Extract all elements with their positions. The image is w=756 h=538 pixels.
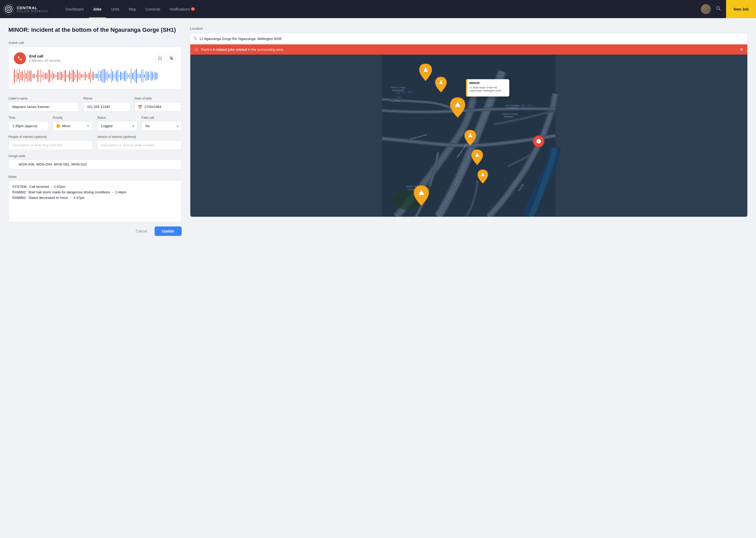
close-icon[interactable]: ✕ bbox=[740, 47, 743, 52]
caller-name-group: Caller's name bbox=[8, 97, 79, 112]
nav-links: Dashboard Jobs Units Map Cameras Notific… bbox=[62, 0, 701, 18]
nav-jobs[interactable]: Jobs bbox=[89, 0, 106, 18]
svg-rect-49 bbox=[466, 79, 467, 97]
svg-text:Ngauranga, Wellington 6035: Ngauranga, Wellington 6035 bbox=[469, 89, 501, 92]
svg-point-7 bbox=[161, 57, 162, 58]
svg-point-11 bbox=[158, 59, 159, 60]
form-section: Caller's name Phone Date of birth 📅 bbox=[8, 97, 182, 236]
info-icon: ⓘ bbox=[195, 47, 198, 52]
phone-input[interactable] bbox=[83, 102, 130, 112]
time-group: Time bbox=[8, 116, 49, 131]
avatar-image bbox=[701, 4, 711, 14]
svg-text:Tyers Rd: Tyers Rd bbox=[391, 100, 400, 102]
nav-cameras[interactable]: Cameras bbox=[141, 0, 165, 18]
new-job-button[interactable]: New Job bbox=[726, 0, 756, 18]
notes-textarea[interactable] bbox=[8, 180, 182, 222]
nav-units[interactable]: Units bbox=[107, 0, 124, 18]
brand: CENTRAL POLICE DISPATCH bbox=[3, 4, 54, 15]
navbar: CENTRAL POLICE DISPATCH Dashboard Jobs U… bbox=[0, 0, 756, 18]
dob-group: Date of birth 📅 bbox=[135, 97, 182, 112]
cancel-button[interactable]: Cancel bbox=[131, 227, 152, 235]
end-call-label: End call bbox=[29, 54, 155, 58]
chevron-down-icon: ▾ bbox=[87, 124, 89, 128]
notes-label: Notes bbox=[8, 175, 182, 179]
brand-name-top: CENTRAL bbox=[17, 6, 48, 10]
map-container: Centennial Hwy Wellington Urban Motorway… bbox=[190, 55, 747, 217]
assign-units-label: Assign units bbox=[8, 154, 182, 158]
time-input[interactable] bbox=[8, 121, 49, 131]
location-input[interactable] bbox=[199, 37, 744, 41]
svg-point-58 bbox=[536, 139, 541, 143]
fake-call-select-wrapper: No Yes bbox=[141, 121, 182, 131]
people-label: People of interest (optional) bbox=[8, 135, 93, 139]
svg-point-13 bbox=[161, 59, 162, 60]
svg-text:11 Ngauranga Gorge Rd,: 11 Ngauranga Gorge Rd, bbox=[469, 86, 497, 89]
page-title: MINOR: Incident at the bottom of the Nga… bbox=[8, 27, 182, 33]
location-search bbox=[190, 33, 747, 44]
assign-units-input[interactable] bbox=[8, 159, 182, 169]
phone-label: Phone bbox=[83, 97, 130, 100]
location-label: Location bbox=[190, 27, 748, 30]
waveform bbox=[14, 68, 176, 84]
vehicle-input[interactable] bbox=[97, 140, 182, 150]
assign-units-group: Assign units bbox=[8, 154, 182, 169]
vehicle-group: Vehicle of interest (optional) bbox=[97, 135, 182, 150]
nav-map[interactable]: Map bbox=[125, 0, 140, 18]
nav-right: New Job bbox=[701, 0, 756, 18]
avatar[interactable] bbox=[701, 4, 711, 14]
map-svg: Centennial Hwy Wellington Urban Motorway… bbox=[190, 55, 747, 217]
location-card: ⓘ There's 8 related jobs related in the … bbox=[190, 33, 748, 217]
caller-name-label: Caller's name bbox=[8, 97, 79, 100]
priority-select-wrapper: Minor ▾ bbox=[53, 121, 93, 131]
people-input[interactable] bbox=[8, 140, 93, 150]
fake-call-select[interactable]: No Yes bbox=[141, 121, 182, 131]
related-banner: ⓘ There's 8 related jobs related in the … bbox=[190, 44, 747, 55]
priority-group: Priority Minor ▾ bbox=[53, 116, 93, 131]
priority-label: Priority bbox=[53, 116, 93, 120]
nav-dashboard[interactable]: Dashboard bbox=[62, 0, 88, 18]
svg-point-12 bbox=[160, 59, 161, 60]
form-row-2: Time Priority Minor ▾ Status bbox=[8, 116, 182, 131]
people-group: People of interest (optional) bbox=[8, 135, 93, 150]
status-select[interactable]: Logged Active Closed bbox=[97, 121, 137, 131]
call-duration: 6 Minutes, 45 seconds bbox=[29, 59, 155, 63]
svg-point-6 bbox=[160, 57, 161, 58]
notes-actions: Cancel Update bbox=[8, 227, 182, 236]
fake-call-label: Fake call bbox=[141, 116, 182, 120]
status-select-wrapper: Logged Active Closed bbox=[97, 121, 137, 131]
active-call-card: End call 6 Minutes, 45 seconds bbox=[8, 47, 182, 89]
phone-group: Phone bbox=[83, 97, 130, 112]
left-panel: MINOR: Incident at the bottom of the Nga… bbox=[8, 27, 182, 242]
brand-text: CENTRAL POLICE DISPATCH bbox=[17, 6, 48, 13]
notification-badge: 7 bbox=[191, 7, 195, 11]
mute-button[interactable] bbox=[167, 54, 176, 63]
svg-text:Canoe & Kayak: Canoe & Kayak bbox=[502, 113, 518, 115]
svg-point-2 bbox=[8, 9, 9, 10]
fake-call-group: Fake call No Yes bbox=[141, 116, 182, 131]
nav-notifications[interactable]: Notifications 7 bbox=[165, 0, 199, 18]
call-actions bbox=[155, 54, 176, 63]
call-info: End call 6 Minutes, 45 seconds bbox=[29, 54, 155, 63]
svg-text:MINOR: MINOR bbox=[469, 81, 480, 84]
notes-group: Notes Cancel Update bbox=[8, 175, 182, 236]
priority-value: Minor bbox=[62, 124, 71, 128]
svg-point-8 bbox=[158, 58, 159, 59]
end-call-button[interactable] bbox=[14, 52, 26, 64]
right-panel: Location ⓘ There's 8 related jobs relate… bbox=[190, 27, 748, 242]
search-icon[interactable] bbox=[714, 4, 723, 14]
priority-diamond-icon bbox=[56, 124, 61, 128]
assign-wrapper bbox=[8, 159, 182, 169]
brand-logo bbox=[3, 4, 14, 15]
svg-text:Wellington: Wellington bbox=[504, 115, 514, 118]
calendar-icon: 📅 bbox=[138, 105, 142, 109]
caller-name-input[interactable] bbox=[8, 102, 79, 112]
priority-select[interactable]: Minor ▾ bbox=[53, 121, 93, 131]
related-text: There's 8 related jobs related in the su… bbox=[201, 48, 284, 51]
dialpad-button[interactable] bbox=[155, 54, 165, 63]
brand-name-bottom: POLICE DISPATCH bbox=[17, 10, 48, 13]
svg-point-10 bbox=[161, 58, 162, 59]
svg-rect-28 bbox=[522, 103, 525, 107]
svg-line-17 bbox=[196, 39, 197, 40]
update-button[interactable]: Update bbox=[155, 227, 182, 236]
svg-text:Ngauranga: Ngauranga bbox=[392, 89, 403, 91]
